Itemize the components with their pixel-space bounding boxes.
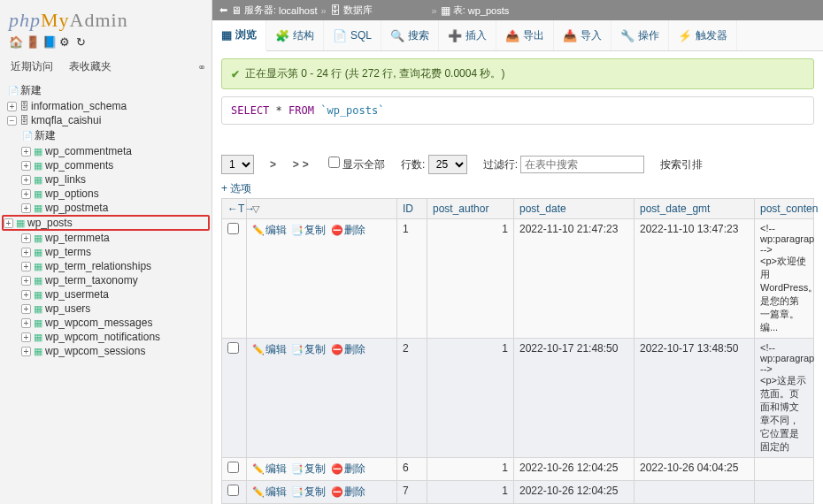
delete-button[interactable]: ⛔删除 bbox=[331, 485, 365, 498]
database-icon bbox=[18, 114, 30, 126]
crumb-table[interactable]: ▦表: wp_posts bbox=[441, 4, 510, 17]
home-icon[interactable]: 🏠 bbox=[9, 35, 23, 50]
edit-button[interactable]: ✏️编辑 bbox=[252, 462, 287, 475]
expand-icon[interactable]: + bbox=[21, 347, 31, 356]
expand-icon[interactable]: + bbox=[7, 102, 17, 111]
crumb-server[interactable]: 🖥服务器: localhost bbox=[231, 4, 317, 17]
export-icon: 📤 bbox=[505, 29, 519, 42]
row-checkbox[interactable] bbox=[227, 485, 239, 496]
tab-search[interactable]: 🔍搜索 bbox=[381, 20, 439, 50]
tab-sql[interactable]: 📄SQL bbox=[324, 20, 381, 50]
tree-table-wp-commentmeta[interactable]: +wp_commentmeta bbox=[2, 144, 210, 158]
filter-group: 过滤行: bbox=[483, 156, 645, 173]
expand-icon[interactable]: + bbox=[21, 175, 31, 185]
success-text: 正在显示第 0 - 24 行 (共 272 行, 查询花费 0.0004 秒。) bbox=[245, 66, 504, 81]
expand-icon[interactable]: + bbox=[21, 262, 31, 271]
row-checkbox[interactable] bbox=[227, 223, 239, 234]
tree-db-label: kmqfla_caishui bbox=[31, 114, 101, 126]
edit-button[interactable]: ✏️编辑 bbox=[252, 224, 287, 236]
copy-button[interactable]: 📑复制 bbox=[291, 224, 326, 236]
tree-table-wp-wpcom-sessions[interactable]: +wp_wpcom_sessions bbox=[2, 344, 210, 358]
tab-favorites[interactable]: 表收藏夹 bbox=[64, 57, 117, 77]
tree-table-wp-postmeta[interactable]: +wp_postmeta bbox=[2, 201, 210, 215]
tree-db-information-schema[interactable]: +information_schema bbox=[2, 99, 210, 113]
tree-table-wp-comments[interactable]: +wp_comments bbox=[2, 158, 210, 172]
row-checkbox[interactable] bbox=[227, 462, 239, 473]
crumb-database[interactable]: 🗄数据库 bbox=[330, 4, 428, 17]
logo[interactable]: phpMyAdmin bbox=[0, 4, 212, 34]
expand-icon[interactable]: + bbox=[21, 161, 31, 171]
cell-content: <!-- wp:paragrap --> <p>欢迎使用 WordPress。是… bbox=[755, 219, 814, 339]
tree-table-label: wp_wpcom_sessions bbox=[45, 345, 145, 357]
insert-icon: ➕ bbox=[448, 29, 462, 42]
tree-table-wp-options[interactable]: +wp_options bbox=[2, 187, 210, 201]
col-post-content[interactable]: post_conten bbox=[755, 199, 814, 219]
delete-button[interactable]: ⛔删除 bbox=[331, 224, 365, 236]
tree-table-wp-wpcom-notifications[interactable]: +wp_wpcom_notifications bbox=[2, 330, 210, 344]
tab-browse[interactable]: ▦浏览 bbox=[212, 20, 266, 51]
col-post-author[interactable]: post_author bbox=[427, 199, 514, 219]
expand-icon[interactable]: + bbox=[21, 332, 31, 342]
delete-button[interactable]: ⛔删除 bbox=[331, 462, 365, 475]
nav-toggle-icon[interactable]: ⬅ bbox=[219, 4, 227, 16]
col-actions: ▽ bbox=[247, 199, 397, 219]
expand-icon[interactable]: + bbox=[21, 304, 31, 314]
tree-table-wp-terms[interactable]: +wp_terms bbox=[2, 245, 210, 259]
page-select[interactable]: 1 bbox=[221, 155, 254, 174]
expand-icon[interactable]: + bbox=[21, 233, 31, 243]
col-t[interactable]: ←T→ bbox=[222, 199, 247, 219]
col-post-date[interactable]: post_date bbox=[514, 199, 635, 219]
options-toggle[interactable]: + 选项 bbox=[221, 179, 814, 198]
tab-recent[interactable]: 近期访问 bbox=[5, 57, 58, 77]
tab-triggers[interactable]: ⚡触发器 bbox=[669, 20, 737, 50]
expand-icon[interactable]: + bbox=[21, 290, 31, 300]
tree-table-wp-term-relationships[interactable]: +wp_term_relationships bbox=[2, 259, 210, 273]
new-icon bbox=[7, 85, 19, 97]
logout-icon[interactable]: 🚪 bbox=[26, 35, 40, 50]
cell-author: 1 bbox=[427, 219, 514, 339]
tab-import[interactable]: 📥导入 bbox=[554, 20, 611, 50]
copy-button[interactable]: 📑复制 bbox=[291, 343, 326, 355]
copy-button[interactable]: 📑复制 bbox=[291, 485, 326, 498]
tab-insert[interactable]: ➕插入 bbox=[439, 20, 496, 50]
tree-new[interactable]: 新建 bbox=[2, 82, 210, 99]
tree-table-wp-links[interactable]: +wp_links bbox=[2, 172, 210, 187]
show-all-checkbox[interactable] bbox=[328, 157, 340, 168]
collapse-icon[interactable]: − bbox=[7, 116, 17, 126]
tree-table-wp-termmeta[interactable]: +wp_termmeta bbox=[2, 231, 210, 245]
docs-icon[interactable]: 📘 bbox=[42, 35, 57, 50]
reload-icon[interactable]: ↻ bbox=[76, 35, 90, 50]
tree-table-wp-usermeta[interactable]: +wp_usermeta bbox=[2, 287, 210, 302]
expand-icon[interactable]: + bbox=[21, 276, 31, 286]
settings-icon[interactable]: ⚙ bbox=[59, 35, 73, 50]
delete-button[interactable]: ⛔删除 bbox=[331, 343, 365, 355]
tree-table-wp-term-taxonomy[interactable]: +wp_term_taxonomy bbox=[2, 273, 210, 287]
expand-icon[interactable]: + bbox=[21, 189, 31, 199]
rows-select[interactable]: 25 bbox=[428, 155, 467, 174]
tree-table-wp-posts[interactable]: +wp_posts bbox=[2, 215, 210, 231]
tree-table-label: wp_links bbox=[45, 173, 86, 186]
tab-export[interactable]: 📤导出 bbox=[496, 20, 554, 50]
expand-icon[interactable]: + bbox=[21, 248, 31, 257]
col-id[interactable]: ID bbox=[397, 199, 427, 219]
tree-table-wp-users[interactable]: +wp_users bbox=[2, 302, 210, 316]
tree-new-table[interactable]: 新建 bbox=[2, 127, 210, 144]
expand-icon[interactable]: + bbox=[4, 218, 13, 228]
filter-input[interactable] bbox=[520, 156, 644, 173]
row-checkbox[interactable] bbox=[227, 342, 239, 354]
tab-structure[interactable]: 🧩结构 bbox=[266, 20, 324, 50]
next-page[interactable]: > >> bbox=[270, 158, 312, 171]
tab-operations[interactable]: 🔧操作 bbox=[611, 20, 669, 50]
edit-button[interactable]: ✏️编辑 bbox=[252, 343, 287, 355]
col-post-date-gmt[interactable]: post_date_gmt bbox=[635, 199, 755, 219]
link-icon[interactable]: ⚭ bbox=[197, 61, 206, 73]
expand-icon[interactable]: + bbox=[21, 203, 31, 213]
copy-button[interactable]: 📑复制 bbox=[291, 462, 326, 475]
tree-table-wp-wpcom-messages[interactable]: +wp_wpcom_messages bbox=[2, 316, 210, 330]
expand-icon[interactable]: + bbox=[21, 147, 31, 157]
show-all[interactable]: 显示全部 bbox=[328, 157, 385, 172]
pencil-icon: ✏️ bbox=[252, 486, 265, 497]
tree-db-kmqfla[interactable]: −kmqfla_caishui bbox=[2, 113, 210, 127]
edit-button[interactable]: ✏️编辑 bbox=[252, 485, 287, 498]
expand-icon[interactable]: + bbox=[21, 318, 31, 328]
